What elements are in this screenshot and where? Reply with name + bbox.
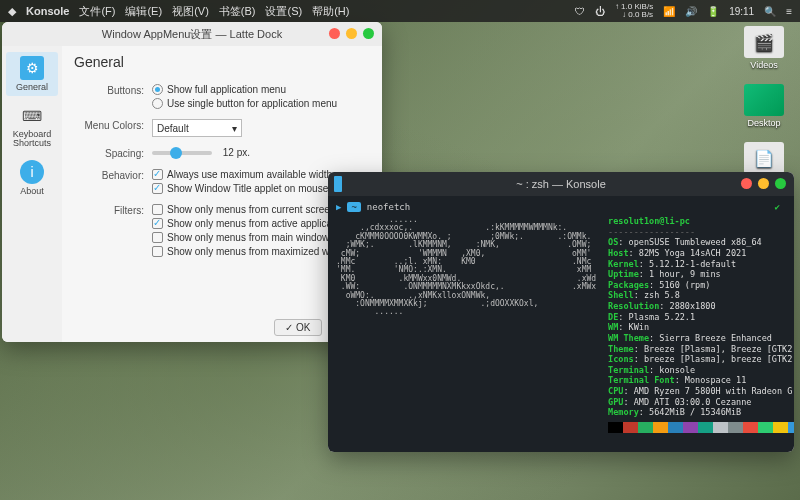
network-speed: ↑ 1.0 KiB/s ↓ 0.0 B/s (615, 3, 653, 19)
tray-icon[interactable]: ⏻ (595, 6, 605, 17)
menu-bookmarks[interactable]: 书签(B) (219, 4, 256, 19)
window-title: ~ : zsh — Konsole (516, 178, 606, 190)
menu-settings[interactable]: 设置(S) (265, 4, 302, 19)
close-icon[interactable] (741, 178, 752, 189)
radio-single-button[interactable]: Use single button for application menu (152, 98, 370, 109)
menu-file[interactable]: 文件(F) (79, 4, 115, 19)
info-icon: i (20, 160, 44, 184)
prompt-cwd: ~ (347, 202, 360, 212)
maximize-icon[interactable] (775, 178, 786, 189)
desktop-icon-videos[interactable]: 🎬Videos (738, 26, 790, 70)
sidebar-item-about[interactable]: i About (6, 156, 58, 200)
minimize-icon[interactable] (758, 178, 769, 189)
menu-edit[interactable]: 编辑(E) (125, 4, 162, 19)
menu-view[interactable]: 视图(V) (172, 4, 209, 19)
color-palette (608, 422, 794, 433)
label-spacing: Spacing: (74, 147, 144, 159)
apple-menu-icon[interactable]: ◆ (8, 5, 16, 18)
sidebar-item-general[interactable]: ⚙ General (6, 52, 58, 96)
latte-settings-window: Window AppMenu设置 — Latte Dock ⚙ General … (2, 22, 382, 342)
label-behavior: Behavior: (74, 169, 144, 181)
app-name[interactable]: Konsole (26, 5, 69, 17)
terminal-body[interactable]: ▶ ~ neofetch ✔ ...... .,cdxxxoc,. .:kKMM… (328, 196, 794, 452)
window-title: Window AppMenu设置 — Latte Dock (102, 27, 282, 42)
clock[interactable]: 19:11 (729, 6, 754, 17)
combo-menu-colors[interactable]: Default▾ (152, 119, 242, 137)
check-icon: ✔ (775, 202, 780, 212)
tray-icon[interactable]: 🛡 (575, 6, 585, 17)
close-icon[interactable] (329, 28, 340, 39)
chevron-down-icon: ▾ (232, 123, 237, 134)
minimize-icon[interactable] (346, 28, 357, 39)
label-filters: Filters: (74, 204, 144, 216)
label-buttons: Buttons: (74, 84, 144, 96)
global-menubar: ◆ Konsole 文件(F) 编辑(E) 视图(V) 书签(B) 设置(S) … (0, 0, 800, 22)
sidebar-item-label: Keyboard Shortcuts (6, 130, 58, 148)
sidebar-item-label: General (16, 82, 48, 92)
konsole-titlebar[interactable]: ~ : zsh — Konsole (328, 172, 794, 196)
search-icon[interactable]: 🔍 (764, 6, 776, 17)
command-text: neofetch (367, 202, 410, 212)
spacing-value: 12 px. (223, 147, 250, 158)
maximize-icon[interactable] (363, 28, 374, 39)
label-menu-colors: Menu Colors: (74, 119, 144, 131)
menu-extra-icon[interactable]: ≡ (786, 6, 792, 17)
konsole-window: ~ : zsh — Konsole ▶ ~ neofetch ✔ ...... … (328, 172, 794, 452)
battery-icon[interactable]: 🔋 (707, 6, 719, 17)
prompt-arrow-icon: ▶ (336, 202, 341, 212)
neofetch-art: ...... .,cdxxxoc,. .:kKMMMMMWMMMNk:. cKM… (336, 216, 596, 433)
sidebar-item-shortcuts[interactable]: ⌨ Keyboard Shortcuts (6, 100, 58, 152)
volume-icon[interactable]: 🔊 (685, 6, 697, 17)
sidebar-item-label: About (20, 186, 44, 196)
desktop-icon-desktop[interactable]: Desktop (738, 84, 790, 128)
menu-help[interactable]: 帮助(H) (312, 4, 349, 19)
radio-show-full-menu[interactable]: Show full application menu (152, 84, 370, 95)
latte-titlebar[interactable]: Window AppMenu设置 — Latte Dock (2, 22, 382, 46)
page-title: General (74, 54, 370, 70)
latte-sidebar: ⚙ General ⌨ Keyboard Shortcuts i About (2, 46, 62, 342)
neofetch-info: resolut1on@li-pc ----------------- OS: o… (608, 216, 794, 433)
ok-button[interactable]: ✓ OK (274, 319, 321, 336)
wifi-icon[interactable]: 📶 (663, 6, 675, 17)
keyboard-icon: ⌨ (20, 104, 44, 128)
konsole-tab-indicator[interactable] (334, 176, 342, 192)
spacing-slider[interactable] (152, 151, 212, 155)
gear-icon: ⚙ (20, 56, 44, 80)
